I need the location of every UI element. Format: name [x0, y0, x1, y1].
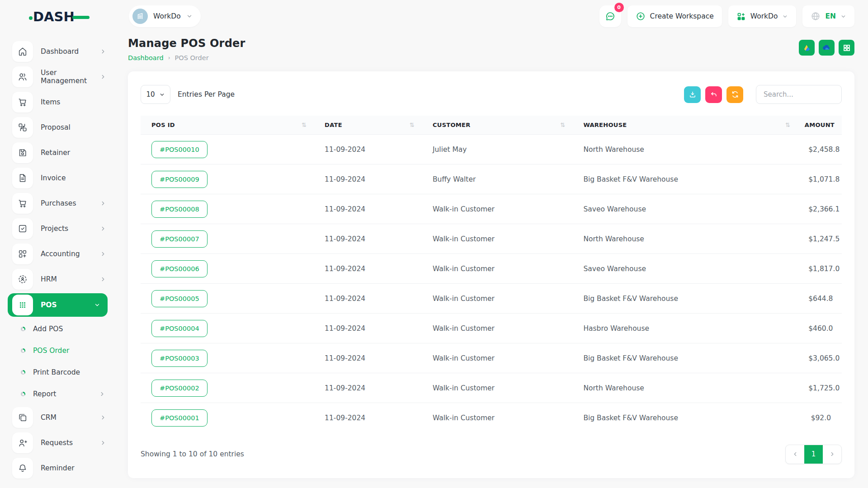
- crm-windows-icon: [12, 407, 33, 428]
- sidebar-subitem-print-barcode[interactable]: Print Barcode: [0, 361, 115, 383]
- reset-undo-button[interactable]: [705, 86, 722, 103]
- sidebar-item-retainer[interactable]: Retainer: [0, 140, 115, 165]
- sidebar-item-hrm[interactable]: HRM: [0, 267, 115, 292]
- chat-bubble-icon: [605, 11, 616, 22]
- pagination: 1: [785, 445, 842, 464]
- amount-cell: $1,725.0: [797, 373, 842, 403]
- date-cell: 11-09-2024: [314, 373, 422, 403]
- workspace-menu-button[interactable]: WorkDo: [728, 5, 797, 27]
- customer-cell: Walk-in Customer: [422, 284, 572, 314]
- chevron-right-icon: [829, 451, 835, 457]
- table-row: #POS00003 11-09-2024 Walk-in Customer Bi…: [141, 343, 842, 373]
- warehouse-cell: Saveo Warehouse: [572, 254, 797, 284]
- pos-id-cell: #POS00001: [141, 403, 314, 433]
- sidebar-item-accounting[interactable]: Accounting: [0, 241, 115, 267]
- column-header-customer[interactable]: CUSTOMER⇅: [422, 116, 572, 135]
- column-header-amount[interactable]: AMOUNT: [797, 116, 842, 135]
- pos-id-badge[interactable]: #POS00006: [151, 260, 208, 277]
- amount-cell: $92.0: [797, 403, 842, 433]
- invoice-file-icon: [12, 168, 33, 188]
- messages-button[interactable]: 0: [599, 5, 621, 27]
- sidebar-subitem-report[interactable]: Report: [0, 383, 115, 405]
- table-body: #POS00010 11-09-2024 Juliet May North Wa…: [141, 135, 842, 433]
- onedrive-button[interactable]: [819, 40, 835, 56]
- date-cell: 11-09-2024: [314, 403, 422, 433]
- language-selector[interactable]: EN: [802, 5, 854, 27]
- column-header-date[interactable]: DATE⇅: [314, 116, 422, 135]
- sidebar-item-items[interactable]: Items: [0, 89, 115, 115]
- pos-id-badge[interactable]: #POS00009: [151, 171, 208, 188]
- table-row: #POS00007 11-09-2024 Walk-in Customer No…: [141, 224, 842, 254]
- sort-icon: ⇅: [560, 122, 565, 128]
- topbar: DASH WorkDo 0 Create Workspace: [0, 0, 868, 33]
- amount-cell: $1,817.0: [797, 254, 842, 284]
- pagination-prev-button[interactable]: [786, 445, 804, 464]
- refresh-button[interactable]: [726, 86, 743, 103]
- customer-cell: Walk-in Customer: [422, 314, 572, 343]
- export-download-button[interactable]: [684, 86, 701, 103]
- sidebar-item-invoice[interactable]: Invoice: [0, 165, 115, 191]
- workspace-selector[interactable]: WorkDo: [129, 5, 201, 27]
- amount-cell: $1,071.8: [797, 164, 842, 194]
- table-row: #POS00010 11-09-2024 Juliet May North Wa…: [141, 135, 842, 164]
- pos-id-badge[interactable]: #POS00001: [151, 409, 208, 427]
- pos-id-badge[interactable]: #POS00004: [151, 320, 208, 337]
- sidebar-item-dashboard[interactable]: Dashboard: [0, 39, 115, 64]
- pos-id-badge[interactable]: #POS00008: [151, 201, 208, 218]
- page-title: Manage POS Order: [128, 37, 245, 50]
- building-icon: [136, 12, 144, 20]
- customer-cell: Walk-in Customer: [422, 224, 572, 254]
- pos-id-badge[interactable]: #POS00010: [151, 141, 208, 158]
- sidebar-item-crm[interactable]: CRM: [0, 405, 115, 430]
- amount-cell: $2,366.1: [797, 194, 842, 224]
- warehouse-cell: Big Basket F&V Warehouse: [572, 403, 797, 433]
- refresh-icon: [731, 90, 739, 99]
- breadcrumb-dashboard-link[interactable]: Dashboard: [128, 54, 164, 61]
- pos-id-badge[interactable]: #POS00007: [151, 230, 208, 248]
- pagination-next-button[interactable]: [823, 445, 841, 464]
- customer-cell: Walk-in Customer: [422, 194, 572, 224]
- customer-cell: Walk-in Customer: [422, 373, 572, 403]
- sidebar-item-requests[interactable]: Requests: [0, 430, 115, 455]
- table-row: #POS00008 11-09-2024 Walk-in Customer Sa…: [141, 194, 842, 224]
- home-icon: [12, 41, 33, 62]
- sidebar-item-user-management[interactable]: User Management: [0, 64, 115, 89]
- sidebar-item-reminder[interactable]: Reminder: [0, 455, 115, 481]
- date-cell: 11-09-2024: [314, 164, 422, 194]
- sidebar-subitem-pos-order[interactable]: POS Order: [0, 340, 115, 361]
- bullet-icon: [21, 348, 25, 353]
- chevron-right-icon: [100, 200, 106, 206]
- entries-per-page-label: Entries Per Page: [178, 90, 235, 99]
- google-drive-button[interactable]: [799, 40, 815, 56]
- column-header-warehouse[interactable]: WAREHOUSE⇅: [572, 116, 797, 135]
- sidebar-item-projects[interactable]: Projects: [0, 216, 115, 241]
- create-workspace-button[interactable]: Create Workspace: [627, 5, 722, 27]
- main-content: Manage POS Order Dashboard › POS Order: [115, 33, 868, 488]
- chevron-down-icon: [782, 14, 788, 19]
- table-row: #POS00002 11-09-2024 Walk-in Customer No…: [141, 373, 842, 403]
- brand-logo[interactable]: DASH: [0, 7, 115, 25]
- table-row: #POS00001 11-09-2024 Walk-in Customer Bi…: [141, 403, 842, 433]
- sidebar-item-purchases[interactable]: Purchases: [0, 191, 115, 216]
- search-input[interactable]: [756, 85, 842, 104]
- chevron-right-icon: [100, 414, 106, 421]
- pos-id-badge[interactable]: #POS00002: [151, 380, 208, 397]
- column-header-pos-id[interactable]: POS ID⇅: [141, 116, 314, 135]
- pos-id-badge[interactable]: #POS00005: [151, 290, 208, 307]
- grid-view-button[interactable]: [839, 40, 854, 56]
- dash-logo-icon: DASH: [29, 7, 90, 25]
- pagination-page-1[interactable]: 1: [804, 445, 823, 464]
- entries-per-page-select[interactable]: 10: [141, 85, 170, 104]
- sidebar-item-pos[interactable]: POS: [8, 293, 108, 317]
- cart-icon: [12, 92, 33, 113]
- bullet-icon: [21, 392, 25, 396]
- proposal-icon: [12, 117, 33, 138]
- warehouse-cell: Big Basket F&V Warehouse: [572, 284, 797, 314]
- sidebar-item-proposal[interactable]: Proposal: [0, 115, 115, 140]
- table-row: #POS00006 11-09-2024 Walk-in Customer Sa…: [141, 254, 842, 284]
- sidebar-subitem-add-pos[interactable]: Add POS: [0, 318, 115, 340]
- bullet-icon: [21, 370, 25, 375]
- chevron-right-icon: [100, 48, 106, 55]
- pos-id-badge[interactable]: #POS00003: [151, 350, 208, 367]
- chevron-down-icon: [186, 13, 193, 19]
